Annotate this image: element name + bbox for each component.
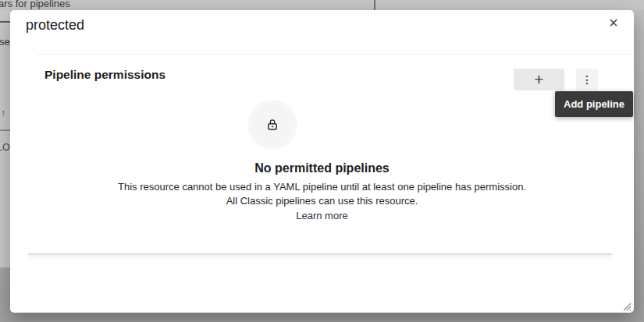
close-icon: ✕ [608,16,618,30]
background-text-fragment: se [0,36,10,48]
footer-divider [28,253,612,255]
learn-more-link[interactable]: Learn more [296,209,347,223]
plus-icon: + [534,71,543,87]
background-left-rail: se ↑ LO [0,10,10,267]
background-text-fragment: LO [0,142,10,153]
tooltip-label: Add pipeline [564,98,624,110]
empty-state-heading: No permitted pipelines [10,160,634,177]
empty-state-illustration [247,100,297,150]
pipeline-permissions-dialog: protected ✕ Pipeline permissions + ⋮ Add… [10,10,634,313]
background-column-divider [374,0,375,10]
background-arrow-fragment: ↑ [1,108,5,119]
screen: ars for pipelines se ↑ LO protected ✕ Pi… [0,0,644,322]
lock-icon [265,118,279,132]
background-divider-fragment [0,21,10,23]
add-pipeline-button[interactable]: + [514,69,564,90]
header-divider [37,54,634,55]
empty-state-description-line-1: This resource cannot be used in a YAML p… [10,180,634,194]
close-button[interactable]: ✕ [603,12,624,34]
background-text-fragment: ars for pipelines [0,0,70,9]
more-options-button[interactable]: ⋮ [576,69,598,90]
background-divider-fragment [0,129,10,131]
kebab-menu-icon: ⋮ [582,74,592,85]
add-pipeline-tooltip: Add pipeline [555,91,633,117]
section-heading: Pipeline permissions [44,67,165,83]
empty-state-description-line-2: All Classic pipelines can use this resou… [10,194,634,208]
empty-state-text: No permitted pipelines This resource can… [10,160,634,223]
resize-grip-icon [621,300,632,311]
resize-handle[interactable] [621,300,632,311]
background-top-bar: ars for pipelines [0,0,644,10]
dialog-title: protected [26,16,84,34]
